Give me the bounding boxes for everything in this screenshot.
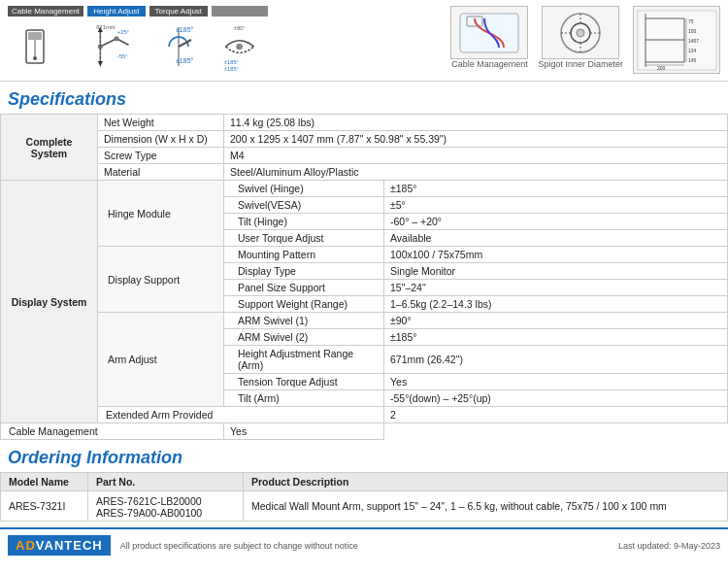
cable-mgmt-rect [450,6,528,59]
swivel-hinge-label: Swivel (Hinge) [224,181,384,197]
swivel-vesa-label: Swivel(VESA) [224,197,384,214]
table-row: ARES-7321I ARES-7621C-LB20000 ARES-79A00… [1,491,728,522]
cable-mgmt-detail-svg [455,9,523,57]
height-adjust-label: Height Adjust [87,6,146,17]
svg-text:±185°: ±185° [176,57,194,64]
screw-type-value: M4 [224,148,728,164]
table-row: Complete System Net Weight 11.4 kg (25.0… [1,115,728,131]
swivel-hinge-value: ±185° [384,181,728,197]
ordering-section: Ordering Information Model Name Part No.… [0,440,728,522]
top-icons: Cable Management Height Adjust [8,6,268,75]
table-header-row: Model Name Part No. Product Description [1,473,728,491]
user-torque-label: User Torque Adjust [224,230,384,247]
tension-torque-label: Tension Torque Adjust [224,374,384,390]
table-row: Display System Hinge Module Swivel (Hing… [1,181,728,197]
svg-text:75: 75 [688,18,694,24]
cable-management-svg [21,22,70,71]
part-no-1: ARES-7621C-LB20000 [96,495,235,507]
arm-swivel1-label: ARM Swivel (1) [224,313,384,329]
height-adj-arm-label: Height Adjustment Range (Arm) [224,346,384,374]
swivel-icon-box: ±90° ±185° ±185° [212,6,268,75]
svg-line-5 [100,39,116,47]
svg-rect-32 [638,11,716,70]
svg-point-8 [114,36,118,41]
tech-drawing-rect: 1407 75 100 134 145 200 [633,6,720,74]
table-row: Material Steel/Aluminum Alloy/Plastic [1,164,728,181]
mounting-pattern-value: 100x100 / 75x75mm [384,247,728,263]
table-row: Cable Management Yes [1,423,728,440]
display-type-value: Single Monitor [384,263,728,280]
svg-text:200: 200 [657,65,666,71]
svg-text:100: 100 [688,28,697,34]
part-no-2: ARES-79A00-AB00100 [96,507,235,519]
top-right: Cable Management Spigot Inner Diameter [276,6,720,74]
support-weight-value: 1–6.5kg (2.2–14.3 lbs) [384,296,728,313]
specs-table: Complete System Net Weight 11.4 kg (25.0… [0,114,728,440]
swivel-img: ±90° ±185° ±185° [212,18,268,75]
model-name-header: Model Name [1,473,88,491]
tension-torque-value: Yes [384,374,728,390]
tech-drawing-svg: 1407 75 100 134 145 200 [636,9,718,72]
support-weight-label: Support Weight (Range) [224,296,384,313]
height-adjust-icon-box: Height Adjust +25° 671mm -55° [87,6,146,75]
ordering-title: Ordering Information [0,440,728,472]
svg-rect-1 [28,32,42,40]
part-no-cell: ARES-7621C-LB20000 ARES-79A00-AB00100 [88,491,244,522]
user-torque-value: Available [384,230,728,247]
footer-notice: All product specifications are subject t… [120,541,358,551]
arm-adjust-subgroup: Arm Adjust [98,313,224,407]
table-row: Arm Adjust ARM Swivel (1) ±90° [1,313,728,329]
torque-adjust-label: Torque Adjust [149,6,208,17]
footer-date: Last updated: 9-May-2023 [618,541,720,551]
panel-size-value: 15"–24" [384,280,728,296]
cable-mgmt-diagram-label: Cable Management [451,59,528,69]
torque-adjust-img: ±185° ±185° [150,18,207,75]
swivel-label [212,6,268,17]
cable-mgmt-spec-label: Cable Management [1,423,224,440]
cable-management-icon-box: Cable Management [8,6,83,75]
svg-text:±185°: ±185° [176,26,194,33]
tilt-arm-label: Tilt (Arm) [224,390,384,407]
cable-management-img [17,18,74,75]
svg-text:-55°: -55° [117,53,128,59]
extended-arm-value: 2 [384,407,728,423]
hinge-module-subgroup: Hinge Module [98,181,224,247]
svg-marker-11 [98,61,103,67]
ordering-table: Model Name Part No. Product Description … [0,472,728,522]
svg-text:±90°: ±90° [234,25,246,31]
cable-mgmt-spec-value: Yes [224,423,384,440]
screw-type-label: Screw Type [98,148,224,164]
description-cell: Medical Wall Mount Arm, support 15" – 24… [244,491,728,522]
tilt-arm-value: -55°(down) – +25°(up) [384,390,728,407]
torque-adjust-svg: ±185° ±185° [154,22,203,71]
arm-swivel2-label: ARM Swivel (2) [224,329,384,346]
table-row: Display Support Mounting Pattern 100x100… [1,247,728,263]
table-row: Screw Type M4 [1,148,728,164]
material-label: Material [98,164,224,181]
svg-text:145: 145 [688,57,697,63]
height-adj-arm-value: 671mm (26.42") [384,346,728,374]
specs-section: Specifications Complete System Net Weigh… [0,82,728,440]
swivel-vesa-value: ±5° [384,197,728,214]
swivel-svg: ±90° ±185° ±185° [215,22,264,71]
model-name-cell: ARES-7321I [1,491,88,522]
display-type-label: Display Type [224,263,384,280]
torque-adjust-icon-box: Torque Adjust ±185° ±185° [149,6,208,75]
brand-ad: AD [16,538,36,553]
svg-text:671mm: 671mm [96,24,116,30]
svg-line-16 [179,40,191,47]
net-weight-value: 11.4 kg (25.08 lbs) [224,115,728,131]
spigot-rect [542,6,619,59]
svg-text:±185°: ±185° [224,66,239,71]
part-no-header: Part No. [88,473,244,491]
dimension-label: Dimension (W x H x D) [98,131,224,148]
svg-text:±185°: ±185° [224,59,239,65]
height-adjust-svg: +25° 671mm -55° [92,22,141,71]
footer: ADVANTECH All product specifications are… [0,527,728,561]
dimension-value: 200 x 1295 x 1407 mm (7.87" x 50.98" x 5… [224,131,728,148]
mounting-pattern-label: Mounting Pattern [224,247,384,263]
table-row: Dimension (W x H x D) 200 x 1295 x 1407 … [1,131,728,148]
arm-swivel2-value: ±185° [384,329,728,346]
panel-size-label: Panel Size Support [224,280,384,296]
cable-mgmt-diagram: Cable Management [450,6,528,74]
